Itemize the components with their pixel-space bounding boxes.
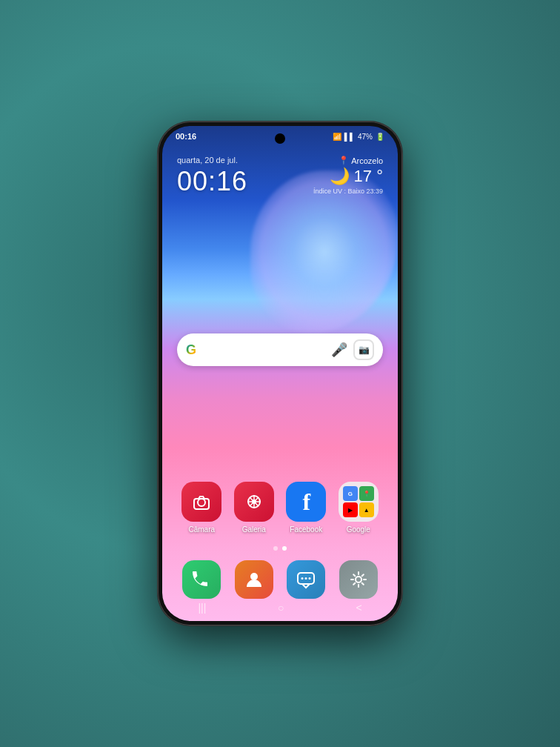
- location-name: Arcozelo: [351, 156, 383, 165]
- weather-temp-row: 🌙 17 °: [313, 167, 383, 186]
- wifi-icon: 📶: [333, 133, 341, 141]
- dock-phone[interactable]: [182, 560, 221, 599]
- nav-bar: ||| ○ <: [162, 599, 398, 617]
- nav-home-button[interactable]: ○: [278, 602, 284, 614]
- temperature: 17 °: [354, 167, 383, 186]
- dock-settings[interactable]: [339, 560, 378, 599]
- phone-call-icon: [182, 560, 221, 599]
- app-google[interactable]: G 📍 ▶ ▲ Google: [339, 482, 379, 534]
- lens-icon[interactable]: 📷: [353, 339, 374, 360]
- google-mini-maps: 📍: [359, 486, 374, 501]
- battery-percent: 47%: [358, 133, 373, 141]
- apps-row-main: Câmara Galeria: [176, 482, 384, 534]
- phone-frame: 00:16 📶 ▌▌ 47% 🔋 quarta, 20 de jul. 00:1…: [158, 122, 402, 625]
- google-label: Google: [347, 525, 370, 534]
- camera-label: Câmara: [188, 525, 215, 534]
- search-bar[interactable]: G 🎤 📷: [177, 333, 383, 366]
- camera-icon: [181, 482, 221, 522]
- mic-icon[interactable]: 🎤: [331, 342, 347, 358]
- dock-messages[interactable]: [287, 560, 325, 599]
- settings-icon: [339, 560, 378, 599]
- dock-row: [176, 560, 384, 599]
- google-g-logo: G: [186, 342, 196, 358]
- dock: [162, 560, 398, 599]
- phone-screen: 00:16 📶 ▌▌ 47% 🔋 quarta, 20 de jul. 00:1…: [162, 126, 398, 621]
- svg-rect-1: [194, 499, 209, 509]
- facebook-label: Facebook: [290, 525, 322, 534]
- app-galeria[interactable]: Galeria: [234, 482, 274, 534]
- status-time: 00:16: [176, 132, 196, 141]
- dock-contacts[interactable]: [235, 560, 273, 599]
- date-weather-widget: quarta, 20 de jul. 00:16 📍 Arcozelo 🌙 17…: [162, 156, 398, 197]
- nav-recent-button[interactable]: |||: [198, 602, 206, 614]
- dot-1: [273, 546, 278, 551]
- camera-hole: [275, 133, 285, 144]
- google-folder-icon: G 📍 ▶ ▲: [339, 482, 379, 522]
- google-mini-drive: ▲: [359, 502, 374, 517]
- battery-icon: 🔋: [376, 133, 384, 141]
- svg-point-13: [356, 577, 361, 582]
- status-icons: 📶 ▌▌ 47% 🔋: [333, 133, 384, 141]
- date-clock: 00:16: [177, 166, 247, 197]
- location-pin-icon: 📍: [339, 156, 349, 165]
- contacts-icon: [235, 560, 273, 599]
- svg-point-8: [250, 573, 258, 580]
- weather-widget: 📍 Arcozelo 🌙 17 ° Índice UV : Baixo 23:3…: [313, 156, 383, 195]
- facebook-icon: f: [286, 482, 326, 522]
- google-mini-g: G: [343, 486, 358, 501]
- messages-icon: [287, 560, 325, 599]
- galeria-label: Galeria: [242, 525, 266, 534]
- page-dots: [162, 546, 398, 551]
- date-left: quarta, 20 de jul. 00:16: [177, 156, 247, 197]
- svg-point-11: [305, 577, 307, 580]
- signal-icon: ▌▌: [344, 133, 355, 141]
- app-facebook[interactable]: f Facebook: [286, 482, 326, 534]
- app-camera[interactable]: Câmara: [181, 482, 221, 534]
- dot-2: [282, 546, 287, 551]
- google-mini-youtube: ▶: [343, 502, 358, 517]
- svg-point-10: [301, 577, 304, 580]
- camera-search-icon: 📷: [359, 345, 370, 355]
- weather-moon-icon: 🌙: [330, 167, 350, 186]
- date-day: quarta, 20 de jul.: [177, 156, 247, 165]
- nav-back-button[interactable]: <: [356, 602, 361, 614]
- galeria-icon: [234, 482, 274, 522]
- uv-index: Índice UV : Baixo 23:39: [313, 187, 383, 195]
- svg-point-0: [198, 499, 205, 506]
- apps-grid: Câmara Galeria: [162, 482, 398, 540]
- weather-location: 📍 Arcozelo: [313, 156, 383, 165]
- svg-point-12: [309, 577, 311, 580]
